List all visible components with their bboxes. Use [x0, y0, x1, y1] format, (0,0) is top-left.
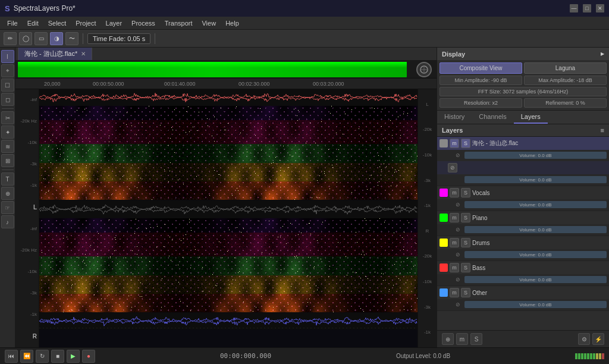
menu-layer[interactable]: Layer: [101, 18, 127, 28]
layer-solo-piano[interactable]: S: [461, 213, 470, 222]
fft-size-btn[interactable]: FFT Size: 3072 samples (64ms/16Hz): [440, 87, 607, 96]
menu-process[interactable]: Process: [127, 18, 160, 28]
menu-edit[interactable]: Edit: [23, 18, 43, 28]
level-bar-6: [590, 353, 592, 359]
layer-mute-sub[interactable]: ⊘: [448, 163, 457, 172]
layer-row-piano[interactable]: m S Piano: [437, 211, 609, 224]
layer-mute-other[interactable]: m: [450, 288, 459, 297]
layer-mute-bass[interactable]: m: [450, 263, 459, 272]
composite-view-btn[interactable]: Composite View: [440, 62, 522, 74]
waveform-overview[interactable]: [15, 61, 437, 79]
menu-transport[interactable]: Transport: [160, 18, 197, 28]
layer-solo-other[interactable]: S: [461, 288, 470, 297]
transport-back[interactable]: ⏪: [20, 350, 33, 363]
menu-file[interactable]: File: [2, 18, 23, 28]
layer-item-piano: m S Piano ⊘ Volume: 0.0 dB: [437, 211, 609, 236]
layer-solo-bass[interactable]: S: [461, 263, 470, 272]
layer-solo-main[interactable]: S: [461, 139, 470, 148]
level-bar-5: [587, 353, 589, 359]
tool-speaker[interactable]: ♪: [1, 215, 14, 228]
layer-mute-vocals[interactable]: m: [450, 188, 459, 197]
tool-hand[interactable]: ☞: [1, 201, 14, 214]
fft-row: FFT Size: 3072 samples (64ms/16Hz): [440, 87, 607, 96]
close-button[interactable]: ✕: [596, 4, 604, 12]
panel-settings-btn[interactable]: ⚙: [578, 333, 590, 345]
panel-tune-btn[interactable]: ⚡: [592, 333, 604, 345]
layer-volume-bar-other[interactable]: Volume: 0.0 dB: [464, 301, 607, 308]
spectral-canvas-area[interactable]: [39, 89, 417, 347]
section-tabs: History Channels Layers: [437, 111, 609, 124]
tool-toggle[interactable]: ◑: [50, 32, 63, 45]
tab-history[interactable]: History: [437, 111, 472, 124]
menu-select[interactable]: Select: [43, 18, 71, 28]
layer-volume-bar-vocals[interactable]: Volume: 0.0 dB: [464, 201, 607, 208]
tool-frequency[interactable]: ≋: [1, 140, 14, 153]
panel-add-button[interactable]: ⊕: [442, 333, 454, 345]
tool-wave[interactable]: 〜: [65, 32, 79, 45]
layer-row-drums[interactable]: m S Drums: [437, 236, 609, 249]
menu-project[interactable]: Project: [71, 18, 101, 28]
layer-mute-drums[interactable]: m: [450, 238, 459, 247]
tab-main-file[interactable]: 海伦 - 游山恋.flac* ✕: [18, 48, 92, 60]
layers-menu-icon[interactable]: ≡: [601, 127, 604, 134]
transport-record[interactable]: ●: [82, 350, 95, 363]
level-bar-10: [602, 353, 604, 359]
level-bar-8: [596, 353, 598, 359]
spectrogram-canvas[interactable]: [39, 89, 417, 347]
layer-volume-text-sub: Volume: 0.0 dB: [519, 177, 551, 183]
transport-play[interactable]: ▶: [67, 350, 80, 363]
tool-scissors[interactable]: ✂: [1, 111, 14, 124]
layers-header: Layers ≡: [437, 124, 609, 137]
layer-solo-drums[interactable]: S: [461, 238, 470, 247]
panel-solo-all-btn[interactable]: S: [470, 333, 482, 345]
tab-channels[interactable]: Channels: [472, 111, 513, 124]
transport-stop[interactable]: ■: [51, 350, 64, 363]
minimize-button[interactable]: —: [570, 4, 578, 12]
spectral-display[interactable]: -inf -20k Hz -10k -3k -1k L -inf -20k Hz…: [15, 89, 437, 347]
tool-noise[interactable]: ⊞: [1, 154, 14, 167]
nav-circle-icon: [419, 65, 429, 74]
layer-mute-piano[interactable]: m: [450, 213, 459, 222]
layer-row-bass[interactable]: m S Bass: [437, 261, 609, 274]
max-amplitude-btn[interactable]: Max Amplitude: -18 dB: [524, 76, 607, 85]
tool-pencil[interactable]: ✏: [4, 32, 17, 45]
toolbar-divider-2: [155, 33, 155, 44]
tool-text[interactable]: T: [1, 172, 14, 186]
layer-volume-bar-drums[interactable]: Volume: 0.0 dB: [464, 251, 607, 258]
tab-close-button[interactable]: ✕: [81, 51, 86, 57]
tool-rect[interactable]: ▭: [34, 32, 48, 45]
layer-volume-bar-sub[interactable]: Volume: 0.0 dB: [464, 176, 607, 183]
tool-magic-wand[interactable]: ✦: [1, 125, 14, 139]
tool-paint[interactable]: ☐: [1, 79, 14, 92]
layer-solo-vocals[interactable]: S: [461, 188, 470, 197]
layer-row-main-sub[interactable]: ⊘: [437, 161, 609, 174]
left-toolbox: I ⌖ ☐ ◻ ✂ ✦ ≋ ⊞ T ⊕ ☞ ♪: [0, 48, 15, 347]
transport-rewind[interactable]: ⏮: [5, 350, 18, 363]
layer-row-vocals[interactable]: m S Vocals: [437, 186, 609, 199]
resolution-btn[interactable]: Resolution: x2: [440, 98, 522, 108]
tab-layers[interactable]: Layers: [514, 111, 548, 124]
maximize-button[interactable]: □: [583, 4, 591, 12]
panel-mute-all-btn[interactable]: m: [456, 333, 468, 345]
layer-row-main[interactable]: m S 海伦 - 游山恋.flac: [437, 137, 609, 150]
layer-volume-bar-piano[interactable]: Volume: 0.0 dB: [464, 226, 607, 233]
tool-oval[interactable]: ◯: [19, 32, 32, 45]
tool-lasso[interactable]: ⌖: [1, 64, 14, 77]
layer-row-other[interactable]: m S Other: [437, 286, 609, 299]
level-meter: [575, 353, 604, 359]
laguna-btn[interactable]: Laguna: [524, 62, 607, 74]
transport-loop[interactable]: ↻: [36, 350, 49, 363]
layer-volume-bar-main[interactable]: Volume: 0.0 dB: [464, 152, 607, 159]
refinement-btn[interactable]: Refinement: 0 %: [524, 98, 607, 108]
min-amplitude-btn[interactable]: Min Amplitude: -90 dB: [440, 76, 522, 85]
tool-cursor[interactable]: I: [1, 50, 14, 63]
layer-volume-bar-bass[interactable]: Volume: 0.0 dB: [464, 276, 607, 283]
tool-eraser[interactable]: ◻: [1, 93, 14, 106]
timecode-display: 00:00:000.000: [220, 352, 271, 360]
layer-mute-main[interactable]: m: [450, 139, 459, 148]
navigation-circle[interactable]: [416, 62, 432, 77]
menu-help[interactable]: Help: [221, 18, 244, 28]
tool-zoom[interactable]: ⊕: [1, 187, 14, 200]
display-header[interactable]: Display ▸: [437, 48, 609, 60]
menu-view[interactable]: View: [197, 18, 221, 28]
